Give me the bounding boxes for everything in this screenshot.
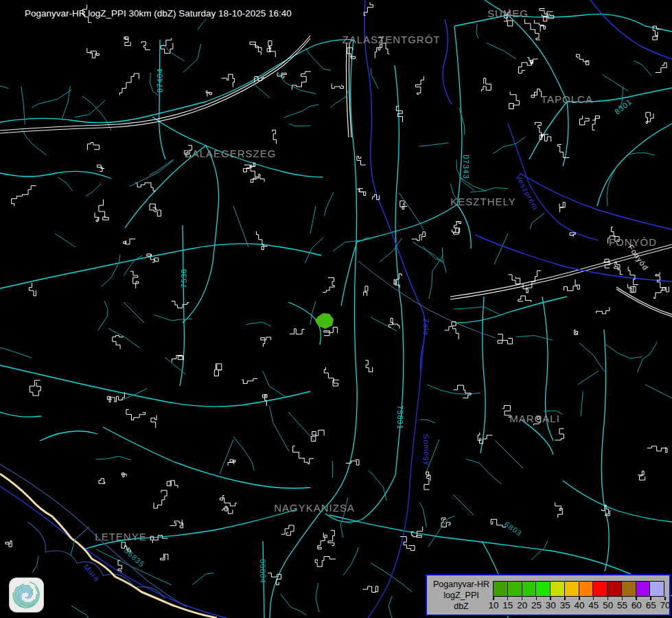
legend-cell xyxy=(592,581,607,597)
spiral-arc xyxy=(19,588,33,601)
radar-product-title: Poganyvar-HR logZ_PPI 30km (dbZ) Saturda… xyxy=(25,8,292,19)
village-outline xyxy=(222,506,233,514)
legend-cell xyxy=(535,581,551,597)
road-twig xyxy=(579,343,605,372)
road-twig xyxy=(419,143,449,146)
village-outline xyxy=(87,143,99,150)
village-outline xyxy=(220,496,237,506)
road-twig xyxy=(324,192,334,216)
village-outline xyxy=(273,130,277,144)
road-twig xyxy=(0,79,9,89)
road-twig xyxy=(423,247,443,262)
village-outline xyxy=(107,396,115,402)
road-twig xyxy=(442,247,446,273)
village-outline xyxy=(184,146,192,157)
road-twig xyxy=(316,583,319,613)
village-outline xyxy=(628,284,636,293)
village-outline xyxy=(557,144,569,157)
village-outline xyxy=(375,44,382,58)
road-twig xyxy=(454,307,502,315)
legend-unit-label: dbZ xyxy=(431,601,491,612)
village-outline xyxy=(172,301,189,308)
village-outline xyxy=(323,278,334,293)
village-outline xyxy=(161,38,173,54)
village-outline xyxy=(150,204,161,216)
road-twig xyxy=(332,461,333,477)
legend-tick-label: 50 xyxy=(603,600,613,610)
road-twig xyxy=(306,48,331,71)
village-outline xyxy=(416,76,424,94)
village-outline xyxy=(575,330,578,335)
road-twig xyxy=(420,503,427,527)
road-twig xyxy=(233,437,254,470)
village-outline xyxy=(518,296,531,302)
village-outline xyxy=(564,279,579,291)
legend-tick-label: 25 xyxy=(531,600,542,610)
road-twig xyxy=(75,100,105,117)
village-outline xyxy=(332,84,343,89)
radar-echo xyxy=(315,313,334,329)
village-outline xyxy=(654,286,669,298)
road-twig xyxy=(101,254,120,286)
legend-cell xyxy=(621,581,636,597)
village-outline xyxy=(614,262,623,275)
road-twig xyxy=(399,192,424,230)
village-outline xyxy=(151,415,157,428)
road-twig xyxy=(86,184,102,197)
village-outline xyxy=(121,473,126,477)
village-outline xyxy=(251,174,264,183)
radar-map-view: SÜMEGZALASZENTGRÓTTAPOLCAZALAEGERSZEGKES… xyxy=(0,0,672,618)
village-outline xyxy=(498,334,512,344)
village-outline xyxy=(531,89,542,98)
road-twig xyxy=(21,87,25,124)
legend-cell xyxy=(579,581,594,597)
village-outline xyxy=(523,271,541,293)
village-outline xyxy=(478,433,492,444)
road-twig xyxy=(420,420,436,423)
village-outline xyxy=(12,186,36,207)
village-outline xyxy=(638,471,645,480)
village-outline xyxy=(525,19,541,41)
road-twig xyxy=(270,406,290,451)
road-twig xyxy=(192,573,213,584)
road-twig xyxy=(476,23,478,38)
village-outline xyxy=(99,199,108,220)
road-twig xyxy=(630,153,655,155)
road-twig xyxy=(289,124,311,126)
minor-roads xyxy=(55,96,672,592)
legend-tick-label: 45 xyxy=(588,600,599,610)
village-outline xyxy=(509,275,520,284)
road-twig xyxy=(150,73,159,95)
legend-tick-label: 65 xyxy=(646,600,656,610)
village-outline xyxy=(167,481,178,488)
village-outline xyxy=(502,406,511,417)
village-outline xyxy=(324,367,339,386)
legend-cell xyxy=(607,581,622,597)
village-outline xyxy=(126,410,146,420)
legend-cell xyxy=(522,581,537,597)
legend-tick-label: 10 xyxy=(488,600,498,610)
village-outline xyxy=(535,20,546,32)
road-twig xyxy=(333,237,369,251)
village-outline xyxy=(97,165,105,171)
village-outline xyxy=(527,58,537,64)
village-outline xyxy=(365,360,373,372)
village-outline xyxy=(124,36,130,45)
legend-tick-label: 60 xyxy=(632,600,642,610)
village-outline xyxy=(214,364,222,376)
village-outline xyxy=(328,530,334,545)
village-outline xyxy=(570,233,575,237)
road-twig xyxy=(58,177,72,191)
road-twig xyxy=(246,322,271,326)
legend-product-line2: logZ_PPI xyxy=(431,590,491,601)
road-twig xyxy=(428,516,455,547)
village-outline xyxy=(362,586,378,593)
village-outline xyxy=(130,271,139,288)
road-twig xyxy=(305,237,323,263)
village-outline xyxy=(603,259,610,268)
road-twig xyxy=(98,301,108,330)
legend-cell xyxy=(550,581,565,597)
village-outline xyxy=(318,532,327,549)
road-twig xyxy=(163,44,185,61)
village-outline xyxy=(445,322,459,340)
